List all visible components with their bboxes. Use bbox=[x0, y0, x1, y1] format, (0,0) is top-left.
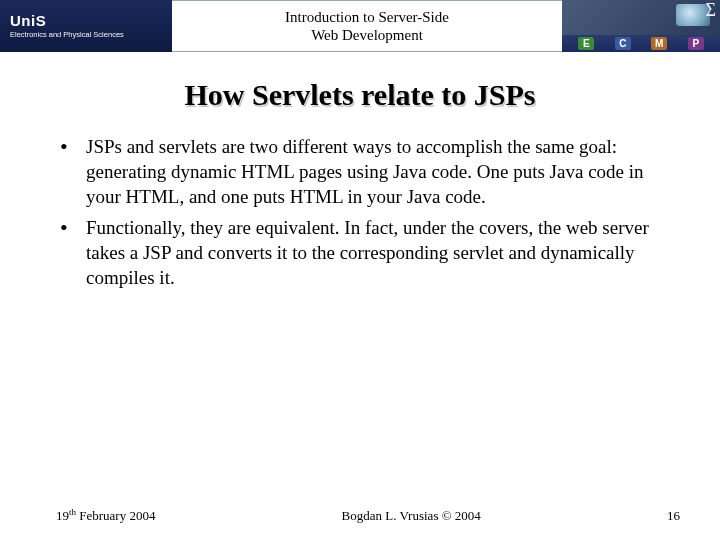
course-title-line2: Web Development bbox=[311, 27, 423, 43]
logo-text: UniS bbox=[10, 12, 172, 29]
slide-title: How Servlets relate to JSPs bbox=[0, 78, 720, 112]
slide-footer: 19th February 2004 Bogdan L. Vrusias © 2… bbox=[0, 507, 720, 524]
badge-p-icon: P bbox=[688, 37, 704, 50]
course-title: Introduction to Server-Side Web Developm… bbox=[172, 0, 562, 52]
footer-page-number: 16 bbox=[667, 508, 680, 524]
header-badges: E C M P bbox=[562, 35, 720, 52]
footer-date-suffix: th bbox=[69, 507, 76, 517]
badge-c-icon: C bbox=[615, 37, 631, 50]
badge-e-icon: E bbox=[578, 37, 594, 50]
slide-body: JSPs and servlets are two different ways… bbox=[0, 112, 720, 290]
course-title-line1: Introduction to Server-Side bbox=[285, 9, 449, 25]
bullet-list: JSPs and servlets are two different ways… bbox=[56, 134, 672, 290]
logo-subtext: Electronics and Physical Sciences bbox=[10, 31, 172, 39]
badge-m-icon: M bbox=[651, 37, 667, 50]
footer-date: 19th February 2004 bbox=[56, 507, 155, 524]
footer-author: Bogdan L. Vrusias © 2004 bbox=[155, 508, 667, 524]
list-item: Functionally, they are equivalent. In fa… bbox=[56, 215, 672, 290]
header-graphic: E C M P bbox=[562, 0, 720, 52]
university-logo-block: UniS Electronics and Physical Sciences bbox=[0, 0, 172, 52]
header-image bbox=[562, 0, 720, 35]
footer-date-rest: February 2004 bbox=[76, 508, 155, 523]
slide-header: UniS Electronics and Physical Sciences I… bbox=[0, 0, 720, 52]
list-item: JSPs and servlets are two different ways… bbox=[56, 134, 672, 209]
footer-date-day: 19 bbox=[56, 508, 69, 523]
